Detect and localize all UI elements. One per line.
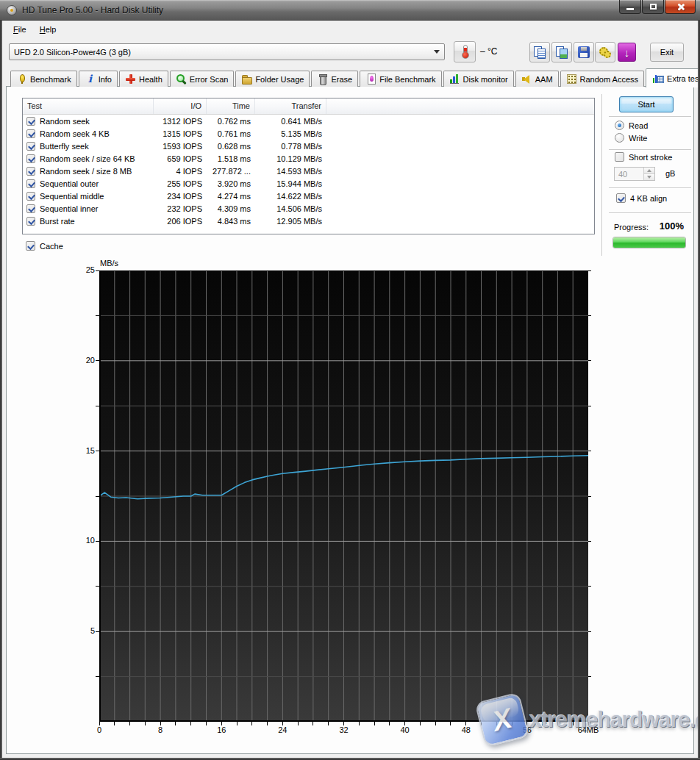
table-row[interactable]: Sequential inner232 IOPS4.309 ms14.506 M… <box>23 202 594 215</box>
tab-error-scan[interactable]: Error Scan <box>170 71 235 87</box>
x-axis-tick <box>435 722 436 725</box>
x-axis-tick <box>512 722 512 725</box>
tab-label: Disk monitor <box>463 75 508 84</box>
table-body: Random seek1312 IOPS0.762 ms0.641 MB/sRa… <box>23 115 594 227</box>
table-row[interactable]: Random seek 4 KB1315 IOPS0.761 ms5.135 M… <box>23 127 594 140</box>
align-checkbox-label[interactable]: 4 KB align <box>630 194 667 203</box>
save-button[interactable] <box>574 42 594 62</box>
copy-image-icon <box>556 46 568 58</box>
tab-benchmark[interactable]: Benchmark <box>10 71 77 87</box>
tab-file-benchmark[interactable]: File Benchmark <box>360 71 441 87</box>
tab-info[interactable]: Info <box>79 71 118 87</box>
progress-bar <box>612 237 686 248</box>
y-axis-tick <box>96 541 99 542</box>
y-axis-tick <box>96 631 99 632</box>
menu-item-file[interactable]: File <box>7 23 33 36</box>
test-name: Butterfly seek <box>40 142 89 151</box>
cache-checkbox-label[interactable]: Cache <box>40 242 63 251</box>
time-value: 0.762 ms <box>207 117 255 126</box>
tab-label: Extra tests <box>667 74 700 83</box>
row-checkbox[interactable] <box>26 154 35 163</box>
disk-monitor-icon <box>449 74 460 85</box>
x-axis-tick-label: 16 <box>217 725 226 734</box>
io-value: 659 IOPS <box>154 154 207 163</box>
x-axis-tick <box>389 722 390 725</box>
cache-checkbox[interactable] <box>26 241 35 251</box>
y-axis-tick-right <box>588 315 591 316</box>
x-axis-tick <box>221 722 222 725</box>
align-checkbox[interactable] <box>616 193 626 203</box>
close-icon <box>676 3 685 11</box>
column-header-transfer: Transfer <box>255 98 326 114</box>
x-axis-tick <box>298 722 299 725</box>
short-stroke-checkbox[interactable] <box>615 152 624 162</box>
table-row[interactable]: Sequential outer255 IOPS3.920 ms15.944 M… <box>23 177 594 190</box>
read-radio[interactable] <box>615 121 624 130</box>
short-stroke-size-spinner[interactable]: 40 <box>614 167 655 181</box>
tab-label: Folder Usage <box>255 75 304 84</box>
copy-text-button[interactable] <box>529 42 550 62</box>
table-row[interactable]: Random seek / size 64 KB659 IOPS1.518 ms… <box>23 152 594 165</box>
menu-item-help[interactable]: Help <box>33 23 63 36</box>
spinner-up-button[interactable] <box>644 168 654 174</box>
row-checkbox[interactable] <box>26 129 35 138</box>
exit-button[interactable]: Exit <box>650 43 684 62</box>
tabstrip: BenchmarkInfoHealthError ScanFolder Usag… <box>10 68 700 87</box>
options-button[interactable] <box>595 42 615 62</box>
row-checkbox[interactable] <box>26 117 35 126</box>
x-axis-tick <box>145 722 146 725</box>
x-axis-tick <box>312 722 313 725</box>
row-checkbox[interactable] <box>26 217 35 226</box>
tab-disk-monitor[interactable]: Disk monitor <box>443 71 514 87</box>
row-checkbox[interactable] <box>26 167 35 176</box>
row-checkbox[interactable] <box>26 142 35 151</box>
row-checkbox[interactable] <box>26 179 35 188</box>
table-row[interactable]: Butterfly seek1593 IOPS0.628 ms0.778 MB/… <box>23 140 594 152</box>
download-button[interactable]: ↓ <box>618 43 636 62</box>
tab-health[interactable]: Health <box>119 71 168 87</box>
table-row[interactable]: Sequential middle234 IOPS4.274 ms14.622 … <box>23 190 594 202</box>
extra-tests-icon <box>653 73 664 84</box>
x-axis-tick <box>190 722 191 725</box>
y-axis-tick <box>96 586 99 587</box>
tab-random-access[interactable]: Random Access <box>560 71 644 87</box>
temperature-button[interactable] <box>454 41 476 62</box>
row-checkbox[interactable] <box>26 204 35 213</box>
row-checkbox[interactable] <box>26 192 35 201</box>
short-stroke-label[interactable]: Short stroke <box>629 153 672 162</box>
cache-row: Cache <box>26 241 63 251</box>
x-axis-tick <box>99 722 100 725</box>
transfer-value: 0.778 MB/s <box>255 142 326 151</box>
info-icon <box>85 74 96 85</box>
hd-tune-window: HD Tune Pro 5.00 - Hard Disk Utility Fil… <box>0 0 700 760</box>
table-row[interactable]: Random seek / size 8 MB4 IOPS277.872 ...… <box>23 165 594 177</box>
tab-folder-usage[interactable]: Folder Usage <box>235 71 310 87</box>
chart-svg <box>99 270 588 722</box>
file-benchmark-icon <box>365 74 376 85</box>
tab-label: Health <box>139 75 162 84</box>
x-axis-tick <box>160 722 161 725</box>
close-button[interactable] <box>665 0 696 14</box>
write-radio[interactable] <box>615 133 624 143</box>
copy-image-button[interactable] <box>551 42 572 62</box>
tab-erase[interactable]: Erase <box>311 71 358 87</box>
drive-select-combobox[interactable]: UFD 2.0 Silicon-Power4G (3 gB) <box>9 43 445 60</box>
tab-extra-tests[interactable]: Extra tests <box>646 68 700 87</box>
column-header-io: I/O <box>154 98 207 114</box>
write-radio-label[interactable]: Write <box>629 134 647 143</box>
tab-aam[interactable]: AAM <box>515 71 559 87</box>
spinner-down-button[interactable] <box>644 174 654 180</box>
read-radio-label[interactable]: Read <box>629 121 648 130</box>
test-name: Sequential outer <box>40 179 99 188</box>
start-button[interactable]: Start <box>619 96 674 112</box>
table-row[interactable]: Random seek1312 IOPS0.762 ms0.641 MB/s <box>23 115 594 127</box>
time-value: 4.274 ms <box>207 192 255 201</box>
io-value: 206 IOPS <box>154 217 207 226</box>
maximize-button[interactable] <box>642 0 664 14</box>
short-stroke-row: Short stroke <box>615 152 672 162</box>
minimize-button[interactable] <box>619 0 641 14</box>
table-row[interactable]: Burst rate206 IOPS4.843 ms12.905 MB/s <box>23 215 594 227</box>
x-axis-tick <box>588 722 589 725</box>
transfer-value: 15.944 MB/s <box>255 179 326 188</box>
test-name: Random seek / size 8 MB <box>40 167 132 176</box>
